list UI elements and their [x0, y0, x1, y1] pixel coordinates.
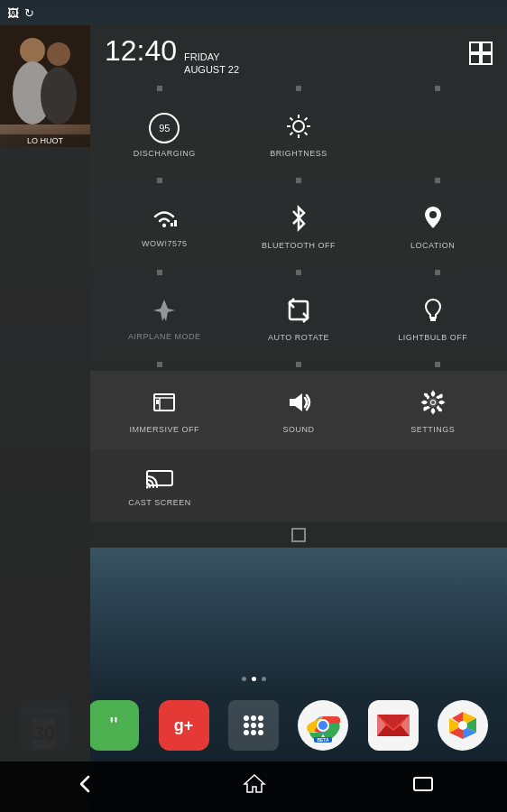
- tile-bluetooth[interactable]: BLUETOOTH OFF: [232, 190, 366, 263]
- svg-line-16: [305, 132, 308, 134]
- tile-airplane-label: AIRPLANE MODE: [128, 332, 201, 341]
- svg-point-41: [244, 723, 249, 728]
- dock-app-gmail[interactable]: [368, 700, 419, 751]
- cast-icon: [146, 467, 173, 493]
- svg-point-44: [244, 730, 249, 735]
- tiles-row-5: CAST SCREEN: [90, 450, 507, 522]
- tile-immersive[interactable]: IMMERSIVE OFF: [97, 374, 232, 447]
- sound-icon: [285, 389, 312, 420]
- tile-sound[interactable]: SOUND: [232, 374, 366, 447]
- svg-point-10: [293, 121, 304, 132]
- svg-marker-61: [244, 775, 264, 792]
- tile-battery[interactable]: 95 DISCHARGING: [97, 98, 232, 171]
- divider-sq: [157, 178, 162, 183]
- sync-status-icon: ↻: [24, 6, 34, 20]
- svg-point-43: [258, 723, 263, 728]
- nav-back-button[interactable]: [72, 771, 97, 802]
- svg-point-40: [258, 715, 263, 721]
- tile-lightbulb[interactable]: LIGHTBULB OFF: [365, 282, 500, 355]
- svg-rect-8: [470, 54, 480, 64]
- nav-home-button[interactable]: [243, 772, 266, 801]
- profile-section: [0, 25, 90, 147]
- tile-brightness-label: BRIGHTNESS: [270, 149, 327, 158]
- svg-line-18: [290, 132, 292, 134]
- tile-castscreen-label: CAST SCREEN: [128, 498, 190, 507]
- svg-rect-29: [156, 400, 159, 404]
- immersive-icon: [152, 389, 176, 420]
- tile-castscreen[interactable]: CAST SCREEN: [90, 450, 229, 522]
- dock-app-photos[interactable]: [438, 700, 488, 751]
- svg-rect-36: [147, 471, 172, 485]
- nav-bar: [0, 761, 507, 812]
- divider-row-4: [90, 358, 507, 371]
- airplane-icon: [152, 298, 177, 327]
- quick-settings-panel: 12:40 FRIDAY AUGUST 22 95 DISCHARGING: [90, 25, 507, 548]
- tile-bluetooth-label: BLUETOOTH OFF: [262, 241, 336, 250]
- svg-marker-30: [290, 393, 302, 411]
- status-icons-left: 🖼 ↻: [7, 6, 34, 20]
- dock-app-quotes[interactable]: ": [88, 700, 139, 751]
- divider-sq: [296, 362, 301, 367]
- svg-point-46: [258, 730, 263, 735]
- svg-rect-6: [470, 42, 480, 52]
- svg-rect-23: [290, 301, 308, 319]
- tile-empty-1: [365, 98, 500, 171]
- nav-recents-button[interactable]: [411, 775, 435, 798]
- tiles-row-2: WOW!7575 BLUETOOTH OFF LOCATION: [90, 187, 507, 266]
- tile-battery-label: DISCHARGING: [134, 149, 196, 158]
- dot-2: [252, 677, 256, 681]
- svg-line-17: [305, 117, 308, 120]
- panel-grid-toggle[interactable]: [469, 42, 493, 69]
- dot-3: [262, 677, 266, 681]
- svg-point-50: [318, 721, 327, 730]
- dock-app-chrome-beta[interactable]: BETA: [298, 700, 348, 751]
- tile-wifi-label: WOW!7575: [142, 239, 188, 248]
- divider-sq: [157, 362, 162, 367]
- tile-wifi[interactable]: WOW!7575: [97, 190, 232, 263]
- svg-point-42: [251, 723, 256, 728]
- svg-line-15: [290, 117, 292, 120]
- svg-point-22: [429, 211, 437, 218]
- divider-row-2: [90, 174, 507, 187]
- tile-location-label: LOCATION: [410, 241, 455, 250]
- svg-rect-20: [171, 223, 173, 226]
- divider-sq: [157, 270, 162, 275]
- tile-sound-label: SOUND: [282, 425, 314, 434]
- svg-rect-7: [482, 42, 492, 52]
- photo-status-icon: 🖼: [7, 6, 19, 20]
- battery-circle: 95: [149, 113, 180, 143]
- clock-time: 12:40: [105, 34, 177, 68]
- tile-settings[interactable]: SETTINGS: [365, 374, 500, 447]
- status-bar: 🖼 ↻: [0, 0, 507, 25]
- wifi-icon: [151, 207, 178, 234]
- tile-airplane[interactable]: AIRPLANE MODE: [97, 282, 232, 355]
- svg-rect-62: [414, 778, 432, 790]
- sq-indicator: [291, 528, 306, 542]
- tiles-row-4: IMMERSIVE OFF SOUND: [90, 371, 507, 450]
- svg-point-35: [431, 401, 435, 404]
- tile-immersive-label: IMMERSIVE OFF: [130, 425, 200, 434]
- tile-empty-3: [368, 450, 507, 522]
- location-icon: [422, 205, 444, 235]
- svg-point-19: [162, 224, 166, 227]
- divider-row-1: [90, 82, 507, 95]
- tile-lightbulb-label: LIGHTBULB OFF: [398, 333, 467, 342]
- clock-date: FRIDAY AUGUST 22: [184, 51, 239, 77]
- tile-brightness[interactable]: BRIGHTNESS: [232, 98, 366, 171]
- panel-time-area: 12:40 FRIDAY AUGUST 22: [105, 34, 239, 77]
- tile-autorotate[interactable]: AUTO ROTATE: [232, 282, 366, 355]
- tiles-row-3: AIRPLANE MODE AUTO ROTATE LI: [90, 279, 507, 358]
- svg-point-37: [146, 485, 149, 488]
- svg-point-39: [251, 715, 256, 721]
- divider-row-3: [90, 266, 507, 279]
- svg-point-45: [251, 730, 256, 735]
- svg-point-60: [458, 721, 467, 730]
- dock-app-gplus[interactable]: g+: [159, 700, 209, 751]
- tile-location[interactable]: LOCATION: [365, 190, 500, 263]
- panel-header: 12:40 FRIDAY AUGUST 22: [90, 25, 507, 82]
- dock-app-grid[interactable]: [228, 700, 279, 751]
- divider-sq: [157, 86, 162, 91]
- divider-sq: [435, 86, 440, 91]
- divider-sq: [296, 270, 301, 275]
- svg-rect-21: [174, 220, 177, 226]
